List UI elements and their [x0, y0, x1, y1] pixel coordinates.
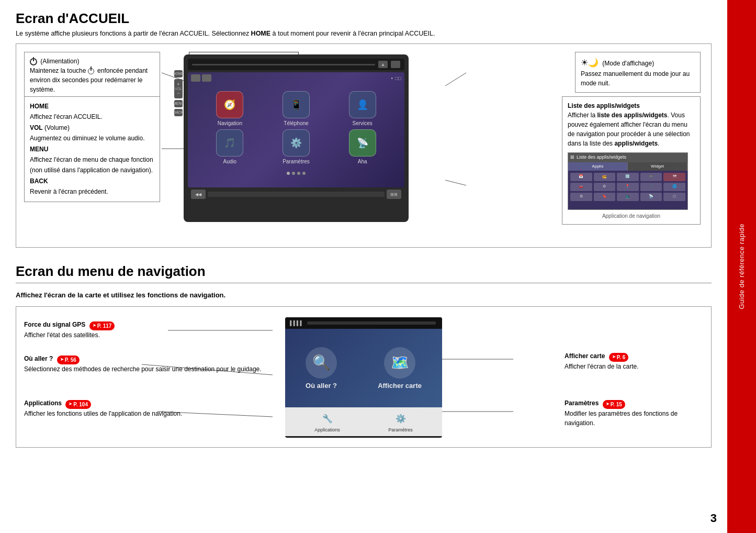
section1-subtitle: Le système affiche plusieurs fonctions à…: [16, 30, 712, 37]
disc-slot: ▲: [188, 59, 404, 70]
aha-icon-item[interactable]: 📡 Aha: [331, 129, 394, 164]
power-annotation: (Alimentation) Maintenez la touche enfon…: [24, 52, 160, 99]
gps-ref-badge: P. 117: [89, 321, 115, 330]
menu-button[interactable]: MENU: [174, 100, 183, 107]
parametres-icon-item[interactable]: ⚙️ Paramètres: [265, 129, 328, 164]
screen-top-bar: • □□: [188, 72, 404, 84]
mini-icon: ⚙: [570, 193, 592, 201]
ou-aller-annotation: Où aller ? P. 56 Sélectionnez des méthod…: [24, 354, 262, 374]
search-nav-icon: 🔍: [312, 354, 331, 371]
device-mockup: HOME + VOL − MENU BACK: [184, 54, 409, 232]
main-content: Ecran d'ACCUEIL Le système affiche plusi…: [0, 0, 727, 458]
mini-icon: 🌐: [663, 183, 685, 191]
extra-btn[interactable]: ⊞⊞: [387, 190, 401, 199]
nav-main-area: 🔍 Où aller ? 🗺️ Afficher carte: [285, 329, 442, 407]
section-divider: [16, 283, 712, 283]
parametres-icon: ⚙️: [289, 136, 303, 150]
gps-annotation: Force du signal GPS P. 117 Afficher l'ét…: [24, 320, 115, 340]
mini-caption: Application de navigation: [568, 212, 695, 220]
mini-tab-widget[interactable]: Widget: [628, 162, 687, 171]
settings-icon: ⚙️: [396, 414, 406, 424]
param-ref-badge: P. 15: [603, 400, 625, 409]
svg-line-4: [445, 180, 466, 185]
afficher-carte-btn[interactable]: 🗺️ Afficher carte: [378, 347, 422, 390]
sun-moon-icon: ☀🌙: [581, 58, 599, 67]
grid-icon: [191, 74, 200, 82]
accueil-diagram: (Alimentation) Maintenez la touche enfon…: [16, 43, 712, 248]
mini-icon: 🎮: [640, 173, 662, 181]
svg-line-2: [445, 73, 466, 86]
mini-icon: ⚙: [594, 183, 616, 191]
progress-bar: [208, 192, 385, 197]
display-mode-annotation: ☀🌙 (Mode d'affichage) Passez manuellemen…: [575, 52, 701, 93]
mini-icon: 📍: [617, 183, 639, 191]
right-btn[interactable]: [391, 61, 400, 68]
home-button[interactable]: HOME: [174, 70, 183, 77]
mini-icon: 🔢: [617, 173, 639, 181]
aha-icon: 📡: [355, 136, 370, 150]
mini-tabs: Applis Widget: [568, 162, 687, 171]
telephone-icon: 📱: [289, 97, 303, 112]
section2-title: Ecran du menu de navigation: [16, 263, 712, 280]
controls-annotation: HOME Affichez l'écran ACCUEIL. VOL (Volu…: [24, 96, 160, 202]
eject-btn[interactable]: ▲: [378, 61, 388, 68]
nav-screen-topbar: ▐▐▐▐: [285, 317, 442, 329]
power-icon-inline: [88, 68, 94, 74]
nav-screen: ▐▐▐▐ 🔍 Où aller ? 🗺️ Afficher carte: [285, 317, 442, 438]
applications-annotation: Applications P. 104 Afficher les fonctio…: [24, 398, 182, 418]
signal-bars: ▐▐▐▐: [288, 320, 302, 326]
page-number: 3: [710, 512, 717, 525]
device-bottom-controls: ◀◀ ⊞⊞: [188, 187, 404, 201]
device-screen: • □□ 🧭 Navigation: [188, 72, 404, 187]
mini-icon: 📺: [617, 193, 639, 201]
mini-icon: 🗺: [663, 173, 685, 181]
device-side-buttons: HOME + VOL − MENU BACK: [174, 70, 183, 116]
parametres-bottom-btn[interactable]: ⚙️ Paramètres: [388, 412, 413, 432]
mini-icon: 🔖: [594, 193, 616, 201]
sidebar-right: Guide de référence rapide: [727, 0, 756, 533]
mini-icon: 🎵: [640, 183, 662, 191]
ou-aller-btn[interactable]: 🔍 Où aller ?: [306, 347, 337, 390]
section1-title: Ecran d'ACCUEIL: [16, 10, 712, 27]
section2-subtitle: Affichez l'écran de la carte et utilisez…: [16, 291, 712, 299]
mini-icon: ⬡: [663, 193, 685, 201]
nav-left-btn[interactable]: ◀◀: [191, 190, 206, 199]
mini-icon: 📻: [594, 173, 616, 181]
back-button[interactable]: BACK: [174, 109, 183, 116]
apps-icon: 🔧: [322, 414, 333, 424]
mini-tab-applis[interactable]: Applis: [568, 162, 628, 171]
map-nav-icon: 🗺️: [391, 354, 409, 371]
device-outer: ▲ • □□: [184, 54, 409, 222]
telephone-icon-item[interactable]: 📱 Téléphone: [265, 91, 328, 126]
services-icon-item[interactable]: 👤 Services: [331, 91, 394, 126]
mini-icon: 📡: [640, 193, 662, 201]
mini-icons-grid: 📅 📻 🔢 🎮 🗺 🚗 ⚙ 📍 🎵 🌐 ⚙ 🔖 📺 📡 ⬡: [568, 171, 687, 203]
sidebar-label: Guide de référence rapide: [738, 224, 746, 309]
vol-button[interactable]: + VOL −: [174, 79, 183, 98]
mini-icon: 📅: [570, 173, 592, 181]
home-icons-grid: 🧭 Navigation 📱 Téléphone: [188, 86, 404, 170]
grid-icon2: [202, 74, 211, 82]
afficher-ref-badge: P. 6: [609, 353, 629, 362]
nav-diagram: Force du signal GPS P. 117 Afficher l'ét…: [16, 306, 712, 448]
audio-icon-item[interactable]: 🎵 Audio: [198, 129, 262, 164]
mini-header: ⊞ Liste des applis/widgets: [568, 153, 687, 162]
app-ref-badge: P. 104: [65, 400, 91, 409]
nav-bottom-bar: 🔧 Applications ⚙️ Paramètres: [285, 407, 442, 436]
afficher-carte-annotation: Afficher carte P. 6 Afficher l'écran de …: [565, 351, 701, 371]
parametres-annotation: Paramètres P. 15 Modifier les paramètres…: [565, 398, 701, 428]
nav-status-bar: [307, 321, 436, 325]
navigation-icon: 🧭: [222, 97, 237, 112]
widgets-annotation: Liste des applis/widgets Afficher la lis…: [562, 96, 701, 225]
mini-screenshot: ⊞ Liste des applis/widgets Applis Widget…: [568, 152, 688, 210]
ou-aller-ref-badge: P. 56: [57, 356, 80, 364]
services-icon: 👤: [355, 97, 370, 112]
power-icon: [30, 58, 37, 65]
pagination-dots: [188, 172, 404, 175]
audio-icon: 🎵: [222, 136, 237, 150]
nav-icon-item[interactable]: 🧭 Navigation: [198, 91, 262, 126]
mini-icon: 🚗: [570, 183, 592, 191]
applications-bottom-btn[interactable]: 🔧 Applications: [314, 412, 340, 432]
